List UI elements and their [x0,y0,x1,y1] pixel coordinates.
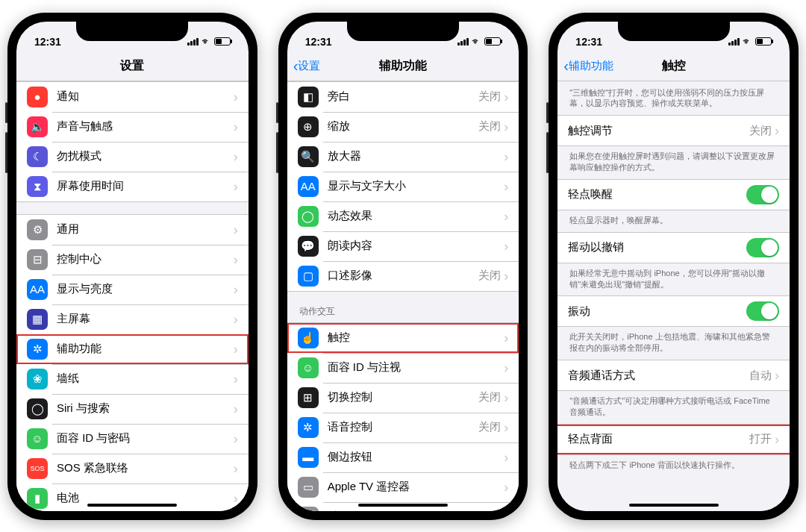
row-icon: ✲ [298,417,319,438]
settings-row[interactable]: ◯动态效果› [287,201,519,231]
settings-row[interactable]: ⊕缩放关闭› [287,112,519,142]
touch-setting-group: 振动 [557,295,790,327]
toggle-switch[interactable] [746,238,779,257]
settings-row[interactable]: 摇动以撤销 [557,233,790,263]
section-header: 动作交互 [287,292,519,322]
settings-row[interactable]: ☾勿扰模式› [16,142,249,172]
row-value: 打开 [749,432,772,446]
content[interactable]: "三维触控"打开时，您可以使用强弱不同的压力按压屏幕，以显示内容预览、操作或关联… [557,81,790,511]
settings-row[interactable]: ◯Siri 与搜索› [16,394,249,424]
row-icon: ◯ [298,206,319,227]
settings-row[interactable]: AA显示与亮度› [16,275,249,304]
settings-row[interactable]: 🔈声音与触感› [16,112,249,142]
screen-2: 12:31 ᯤ ‹ 设置 辅助功能 ◧旁白关闭›⊕缩放关闭›🔍放大器›AA显示与… [287,22,519,511]
home-indicator [87,504,177,507]
nav-bar: ‹ 设置 辅助功能 [287,51,519,81]
chevron-right-icon: › [504,150,508,163]
settings-group-1: ●通知›🔈声音与触感›☾勿扰模式›⧗屏幕使用时间› [16,81,249,202]
group-footer: "音频通话方式"可决定用哪种方式接听电话或 FaceTime 音频通话。 [557,391,790,424]
chevron-left-icon: ‹ [293,58,299,73]
chevron-right-icon: › [504,391,508,404]
content[interactable]: ●通知›🔈声音与触感›☾勿扰模式›⧗屏幕使用时间› ⚙通用›⊟控制中心›AA显示… [16,81,249,511]
settings-row[interactable]: ▦主屏幕› [16,304,249,334]
wifi-icon: ᯤ [202,36,211,47]
settings-row[interactable]: ☝触控› [287,323,519,353]
row-label: 口述影像 [328,269,479,283]
row-label: 面容 ID 与注视 [328,360,504,375]
chevron-right-icon: › [234,120,238,134]
toggle-switch[interactable] [746,185,779,204]
row-label: Siri 与搜索 [57,401,234,416]
settings-row[interactable]: 🔍放大器› [287,142,519,172]
group-footer: 轻点两下或三下 iPhone 背面以快速执行操作。 [557,455,790,477]
touch-setting-group: 触控调节关闭› [557,115,790,146]
chevron-right-icon: › [234,90,238,104]
toggle-switch[interactable] [746,301,779,321]
settings-row[interactable]: ❀墙纸› [16,364,249,394]
chevron-left-icon: ‹ [563,58,569,73]
settings-row[interactable]: 触控调节关闭› [557,116,790,145]
back-button[interactable]: ‹ 辅助功能 [563,58,613,73]
row-icon: 💬 [298,236,319,257]
phone-3: 12:31 ᯤ ‹ 辅助功能 触控 "三维触控"打开时，您可以使用强弱不同的压力… [549,13,799,520]
settings-row[interactable]: ▮电池› [16,484,249,511]
settings-row[interactable]: ▬侧边按钮› [287,442,519,472]
settings-row[interactable]: 轻点背面打开› [557,425,790,454]
row-value: 关闭 [478,90,501,104]
row-icon: ⌨ [298,507,319,511]
settings-row[interactable]: ☺面容 ID 与密码› [16,424,249,454]
chevron-right-icon: › [504,481,508,494]
signal-icon [728,38,740,46]
settings-row[interactable]: 轻点唤醒 [557,180,790,210]
back-label: 设置 [298,59,320,73]
settings-row[interactable]: ▢口述影像关闭› [287,261,519,291]
row-label: 勿扰模式 [57,149,234,163]
battery-icon [755,37,772,46]
chevron-right-icon: › [504,240,508,253]
content[interactable]: ◧旁白关闭›⊕缩放关闭›🔍放大器›AA显示与文字大小›◯动态效果›💬朗读内容›▢… [287,81,519,511]
accessibility-group-1: ◧旁白关闭›⊕缩放关闭›🔍放大器›AA显示与文字大小›◯动态效果›💬朗读内容›▢… [287,81,519,292]
chevron-right-icon: › [504,269,508,283]
row-value: 关闭 [749,124,772,138]
accessibility-group-2: ☝触控›☺面容 ID 与注视›⊞切换控制关闭›✲语音控制关闭›▬侧边按钮›▭Ap… [287,322,519,511]
settings-row[interactable]: ●通知› [16,82,249,112]
settings-row[interactable]: ⧗屏幕使用时间› [16,172,249,201]
chevron-right-icon: › [234,180,238,193]
notch [76,22,188,41]
chevron-right-icon: › [234,462,238,475]
settings-row[interactable]: 音频通话方式自动› [557,360,790,390]
row-label: 声音与触感 [57,119,234,134]
status-indicators: ᯤ [457,36,501,47]
settings-row[interactable]: ✲辅助功能› [16,334,249,364]
row-label: 朗读内容 [328,239,504,253]
nav-title: 辅助功能 [379,58,427,74]
touch-setting-group: 音频通话方式自动› [557,360,790,391]
settings-row[interactable]: ⚙通用› [16,215,249,245]
row-label: 面容 ID 与密码 [57,431,234,445]
row-label: 轻点唤醒 [568,187,746,201]
back-button[interactable]: ‹ 设置 [293,58,321,73]
chevron-right-icon: › [504,180,508,193]
chevron-right-icon: › [504,361,508,375]
row-label: 音频通话方式 [568,369,749,383]
settings-row[interactable]: ◧旁白关闭› [287,82,519,112]
settings-row[interactable]: ⊞切换控制关闭› [287,383,519,413]
chevron-right-icon: › [504,210,508,223]
nav-title: 触控 [662,58,686,74]
row-icon: ⊞ [298,387,319,408]
settings-row[interactable]: 振动 [557,296,790,326]
row-label: 控制中心 [57,252,234,266]
settings-row[interactable]: ☺面容 ID 与注视› [287,353,519,383]
settings-row[interactable]: ⊟控制中心› [16,245,249,275]
row-label: Apple TV 遥控器 [328,480,504,494]
settings-row[interactable]: ✲语音控制关闭› [287,413,519,442]
phone-1: 12:31 ᯤ 设置 ●通知›🔈声音与触感›☾勿扰模式›⧗屏幕使用时间› ⚙通用… [7,13,257,520]
settings-row[interactable]: ▭Apple TV 遥控器› [287,472,519,502]
settings-row[interactable]: SOSSOS 紧急联络› [16,454,249,484]
row-icon: ▭ [298,477,319,498]
row-icon: SOS [27,458,48,479]
settings-row[interactable]: AA显示与文字大小› [287,172,519,201]
home-indicator [629,504,719,507]
chevron-right-icon: › [504,90,508,104]
settings-row[interactable]: 💬朗读内容› [287,231,519,261]
